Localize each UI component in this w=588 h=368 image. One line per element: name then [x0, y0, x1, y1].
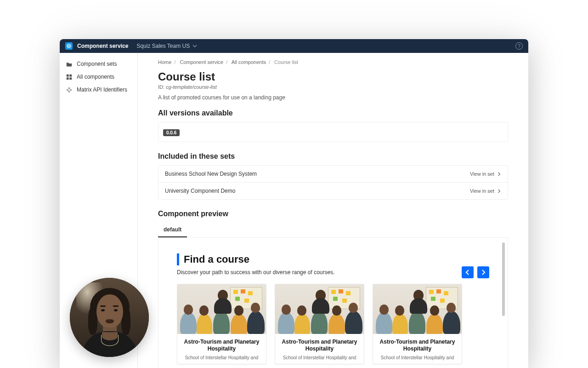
accent-bar: [177, 253, 179, 265]
grid-icon: [66, 74, 72, 80]
component-description: A list of promoted courses for use on a …: [158, 94, 508, 101]
find-course-subtitle: Discover your path to success with our d…: [177, 269, 489, 276]
course-subtitle: School of Interstellar Hospitality and: [378, 355, 457, 361]
course-image: [177, 284, 266, 334]
view-in-set-link[interactable]: View in set: [470, 188, 501, 194]
breadcrumb-item[interactable]: Component service: [180, 59, 223, 65]
view-in-set-link[interactable]: View in set: [470, 171, 501, 177]
versions-panel: 0.0.6: [158, 122, 508, 142]
course-cards: Astro-Tourism and Planetary Hospitality …: [177, 284, 489, 364]
chevron-right-icon: [497, 172, 501, 176]
topbar: Component service Squiz Sales Team US ?: [60, 39, 528, 53]
course-subtitle: School of Interstellar Hospitality and: [280, 355, 359, 361]
course-title: Astro-Tourism and Planetary Hospitality: [280, 339, 359, 352]
carousel-controls: [462, 266, 489, 278]
page-title: Course list: [158, 70, 508, 83]
presenter-avatar: [70, 278, 149, 357]
sidebar-item-label: All components: [77, 74, 114, 80]
carousel-next-button[interactable]: [477, 266, 489, 278]
target-icon: [66, 87, 72, 93]
main-content: Home/ Component service/ All components/…: [138, 53, 528, 368]
sidebar-item-all-components[interactable]: All components: [60, 70, 137, 83]
sidebar-item-label: Component sets: [77, 61, 117, 67]
scrollbar[interactable]: [502, 242, 505, 316]
chevron-down-icon: [192, 44, 197, 48]
preview-canvas: Find a course Discover your path to succ…: [158, 238, 508, 368]
course-subtitle: School of Interstellar Hospitality and: [182, 355, 261, 361]
set-row[interactable]: Business School New Design System View i…: [158, 166, 508, 182]
team-selector[interactable]: Squiz Sales Team US: [136, 43, 197, 49]
component-id: ID: cg-template/course-list: [158, 84, 508, 90]
course-image: [373, 284, 462, 334]
sidebar-item-label: Matrix API Identifiers: [77, 86, 127, 93]
find-course-heading: Find a course: [177, 253, 489, 265]
sets-heading: Included in these sets: [158, 152, 508, 161]
app-title: Component service: [77, 43, 128, 49]
sets-panel: Business School New Design System View i…: [158, 165, 508, 200]
course-card[interactable]: Astro-Tourism and Planetary Hospitality …: [177, 284, 266, 364]
course-card[interactable]: Astro-Tourism and Planetary Hospitality …: [275, 284, 364, 364]
folder-icon: [66, 61, 72, 67]
version-badge[interactable]: 0.0.6: [163, 129, 180, 136]
svg-rect-3: [69, 77, 72, 80]
carousel-prev-button[interactable]: [462, 266, 474, 278]
svg-rect-2: [67, 77, 69, 80]
chevron-left-icon: [465, 270, 470, 275]
app-logo-icon: [65, 42, 73, 50]
svg-rect-0: [67, 74, 69, 76]
versions-heading: All versions available: [158, 109, 508, 117]
sidebar-item-matrix-api[interactable]: Matrix API Identifiers: [60, 83, 137, 96]
team-name: Squiz Sales Team US: [136, 43, 190, 49]
preview-heading: Component preview: [158, 210, 508, 218]
course-title: Astro-Tourism and Planetary Hospitality: [182, 339, 261, 352]
breadcrumb-current: Course list: [274, 59, 298, 65]
svg-rect-1: [69, 74, 72, 76]
breadcrumb: Home/ Component service/ All components/…: [158, 59, 508, 65]
set-name: University Component Demo: [165, 188, 235, 194]
chevron-right-icon: [481, 270, 486, 275]
course-title: Astro-Tourism and Planetary Hospitality: [378, 339, 457, 352]
course-card[interactable]: Astro-Tourism and Planetary Hospitality …: [373, 284, 462, 364]
help-icon[interactable]: ?: [515, 42, 523, 50]
breadcrumb-item[interactable]: Home: [158, 59, 171, 65]
set-row[interactable]: University Component Demo View in set: [158, 182, 508, 199]
chevron-right-icon: [497, 189, 501, 193]
set-name: Business School New Design System: [165, 171, 257, 177]
course-image: [275, 284, 364, 334]
tab-default[interactable]: default: [158, 223, 187, 237]
preview-tabs: default: [158, 223, 508, 238]
sidebar-item-component-sets[interactable]: Component sets: [60, 58, 137, 70]
breadcrumb-item[interactable]: All components: [232, 59, 266, 65]
